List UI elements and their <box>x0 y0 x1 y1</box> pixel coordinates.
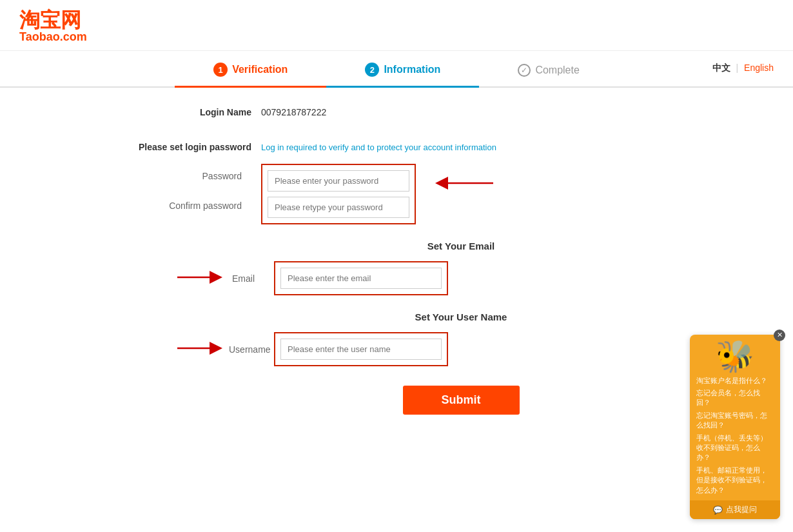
step1-num: 1 <box>213 63 228 77</box>
logo-english: Taobao.com <box>19 30 774 44</box>
chat-mascot: 🐝 <box>696 341 774 372</box>
check-icon: ✓ <box>518 64 531 77</box>
chat-link-0[interactable]: 淘宝账户名是指什么？ <box>696 376 774 386</box>
password-section-label: Please set login password <box>119 142 261 152</box>
password-section-row: Please set login password Log in require… <box>119 142 674 152</box>
password-inputs-wrapper <box>261 164 416 224</box>
step2-label: Information <box>384 64 440 75</box>
step-information[interactable]: 2 Information <box>326 63 479 88</box>
lang-english[interactable]: English <box>744 63 774 73</box>
submit-button[interactable]: Submit <box>403 386 520 415</box>
language-switcher: 中文 | English <box>712 63 774 74</box>
chat-widget: ✕ 🐝 淘宝账户名是指什么？ 忘记会员名，怎么找回？ 忘记淘宝账号密码，怎么找回… <box>690 335 780 434</box>
step2-num: 2 <box>365 63 379 77</box>
chat-link-1[interactable]: 忘记会员名，怎么找回？ <box>696 388 774 408</box>
email-section-title: Set Your Email <box>119 241 674 251</box>
password-input[interactable] <box>268 170 409 192</box>
username-input[interactable] <box>280 339 442 360</box>
chat-close-button[interactable]: ✕ <box>774 330 785 341</box>
header: 淘宝网 Taobao.com <box>0 0 793 51</box>
chat-links: 淘宝账户名是指什么？ 忘记会员名，怎么找回？ 忘记淘宝账号密码，怎么找回？ 手机… <box>696 376 774 434</box>
mascot-icon: 🐝 <box>696 341 774 372</box>
logo-chinese: 淘宝网 <box>19 10 774 30</box>
step-verification[interactable]: 1 Verification <box>175 63 326 88</box>
lang-chinese[interactable]: 中文 <box>712 63 730 73</box>
step3-label: Complete <box>535 64 579 76</box>
step-complete: ✓ Complete <box>479 64 618 86</box>
step1-label: Verification <box>232 64 288 75</box>
login-name-label: Login Name <box>119 107 261 117</box>
password-label: Password <box>202 171 251 181</box>
username-input-wrapper <box>274 332 448 366</box>
username-section-title: Set Your User Name <box>119 311 674 322</box>
email-input-wrapper <box>274 261 448 295</box>
submit-row: Submit <box>119 386 674 415</box>
arrow-email-left <box>171 268 222 289</box>
main-content: Login Name 0079218787222 Please set logi… <box>106 88 687 434</box>
email-label: Email <box>232 273 264 284</box>
email-input[interactable] <box>280 268 442 289</box>
login-name-value: 0079218787222 <box>261 107 326 117</box>
username-label: Username <box>229 344 280 355</box>
chat-link-2[interactable]: 忘记淘宝账号密码，怎么找回？ <box>696 411 774 431</box>
steps-nav: 1 Verification 2 Information ✓ Complete <box>0 51 793 88</box>
confirm-label: Confirm password <box>169 201 251 211</box>
arrow-username-left <box>171 339 222 360</box>
arrow-password <box>435 173 500 193</box>
chat-link-3[interactable]: 手机（停机、丢失等）收不到验证码，怎么办？ <box>696 433 774 434</box>
confirm-password-input[interactable] <box>268 197 409 218</box>
login-name-row: Login Name 0079218787222 <box>119 107 674 117</box>
password-hint: Log in required to verify and to protect… <box>261 143 496 152</box>
lang-separator: | <box>736 63 739 73</box>
